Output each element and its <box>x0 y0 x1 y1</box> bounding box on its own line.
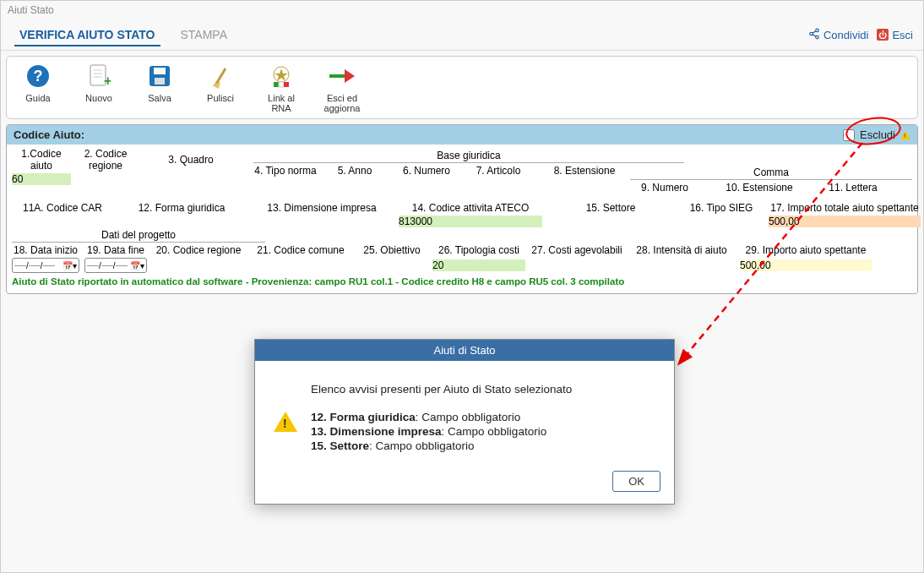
guida-label: Guida <box>25 93 50 103</box>
svg-text:?: ? <box>34 68 43 85</box>
modal-line-3: 15. Settore: Campo obbligatorio <box>311 439 572 452</box>
share-icon <box>808 28 820 42</box>
calendar-icon[interactable]: 📅▾ <box>63 261 77 270</box>
alert-modal: Aiuti di Stato Elenco avvisi presenti pe… <box>254 339 675 505</box>
h-anno: 5. Anno <box>323 165 387 177</box>
svg-point-2 <box>816 35 819 39</box>
h-intensita: 28. Intensità di aiuto <box>628 244 735 256</box>
field-data-inizio[interactable]: //📅▾ <box>12 258 79 273</box>
svg-line-15 <box>215 68 226 85</box>
h-importo-totale: 17. Importo totale aiuto spettante <box>769 202 921 214</box>
h-forma-giuridica: 12. Forma giuridica <box>118 202 245 214</box>
pulisci-label: Pulisci <box>207 93 234 103</box>
salva-label: Salva <box>148 93 171 103</box>
guida-button[interactable]: ? Guida <box>15 62 61 113</box>
ok-button[interactable]: OK <box>612 471 660 492</box>
h-data-inizio: 18. Data inizio <box>12 244 79 256</box>
share-label: Condividi <box>823 29 868 41</box>
h-tipo-sieg: 16. Tipo SIEG <box>679 202 764 214</box>
group-dati-progetto: Dati del progetto <box>12 229 265 243</box>
exit-arrow-icon <box>328 62 356 90</box>
help-icon: ? <box>24 62 52 90</box>
emblem-icon <box>267 62 296 90</box>
warning-icon <box>274 412 297 432</box>
modal-title: Aiuti di Stato <box>255 340 674 361</box>
h-codice-car: 11A. Codice CAR <box>12 202 113 214</box>
svg-line-3 <box>813 30 816 32</box>
svg-line-4 <box>813 34 816 35</box>
h-codice-comune: 21. Codice comune <box>250 244 351 256</box>
h-estensione: 8. Estensione <box>535 165 633 177</box>
h-c-numero: 9. Numero <box>630 182 699 194</box>
pane-header: Codice Aiuto: Escludi <box>7 125 917 145</box>
exit-link[interactable]: ⏻ Esci <box>877 29 913 41</box>
link-rna-button[interactable]: Link al RNA <box>258 62 304 113</box>
modal-intro: Elenco avvisi presenti per Aiuto di Stat… <box>311 383 572 396</box>
pane-title: Codice Aiuto: <box>14 128 84 141</box>
pulisci-button[interactable]: Pulisci <box>198 62 243 113</box>
h-tipologia-costi: 26. Tipologia costi <box>432 244 525 256</box>
power-icon: ⏻ <box>877 29 889 41</box>
h-c-lettera: 11. Lettera <box>819 182 887 194</box>
clean-icon <box>206 62 235 90</box>
h-tipo-norma: 4. Tipo norma <box>253 165 318 177</box>
modal-line-2: 13. Dimensione impresa: Campo obbligator… <box>311 425 572 438</box>
h-obiettivo: 25. Obiettivo <box>356 244 427 256</box>
h-codice-ateco: 14. Codice attivita ATECO <box>399 202 542 214</box>
escludi-checkbox[interactable] <box>843 129 855 141</box>
h-costi-agevolabili: 27. Costi agevolabili <box>530 244 623 256</box>
svg-point-0 <box>816 29 819 32</box>
h-articolo: 7. Articolo <box>466 165 530 177</box>
svg-rect-14 <box>155 78 165 85</box>
svg-rect-18 <box>279 82 284 87</box>
tab-verifica[interactable]: VERIFICA AIUTO STATO <box>14 25 160 46</box>
codice-aiuto-pane: Codice Aiuto: Escludi 1.Codice aiuto 2. … <box>6 124 918 294</box>
save-icon <box>145 62 174 90</box>
esci-aggiorna-button[interactable]: Esci ed aggiorna <box>319 62 365 113</box>
svg-text:+: + <box>104 74 111 88</box>
h-codice-aiuto: 1.Codice aiuto <box>12 148 71 172</box>
tab-stampa[interactable]: STAMPA <box>176 25 233 46</box>
h-codice-regione: 2. Codice regione <box>76 148 135 172</box>
new-doc-icon: + <box>84 62 113 90</box>
field-importo-totale[interactable]: 500,00 <box>769 216 921 227</box>
calendar-icon[interactable]: 📅▾ <box>130 261 144 270</box>
h-c-estensione: 10. Estensione <box>704 182 814 194</box>
modal-line-1: 12. Forma giuridica: Campo obbligatorio <box>311 411 572 423</box>
h-quadro: 3. Quadro <box>140 154 242 166</box>
field-codice-ateco[interactable]: 813000 <box>399 216 542 227</box>
share-link[interactable]: Condividi <box>808 28 868 42</box>
h-numero: 6. Numero <box>392 165 461 177</box>
esci-aggiorna-label: Esci ed aggiorna <box>324 93 361 113</box>
svg-rect-19 <box>284 82 289 87</box>
nuovo-label: Nuovo <box>85 93 112 103</box>
field-data-fine[interactable]: //📅▾ <box>84 258 147 273</box>
window-title: Aiuti Stato <box>1 1 923 19</box>
h-data-fine: 19. Data fine <box>84 244 147 256</box>
h-importo-spettante: 29. Importo aiuto spettante <box>740 244 872 256</box>
field-importo-spettante[interactable]: 500,00 <box>740 259 872 271</box>
escludi-label: Escludi <box>860 128 895 141</box>
footnote: Aiuto di Stato riportato in automatico d… <box>12 276 912 286</box>
svg-rect-17 <box>274 82 279 87</box>
toolbar: ? Guida + Nuovo Salva Pulisci Link al RN… <box>6 56 918 119</box>
tabs-bar: VERIFICA AIUTO STATO STAMPA Condividi ⏻ … <box>1 19 923 51</box>
h-r3-codice-regione: 20. Codice regione <box>152 244 245 256</box>
h-dimensione-impresa: 13. Dimensione impresa <box>250 202 394 214</box>
group-comma: Comma <box>630 166 912 180</box>
salva-button[interactable]: Salva <box>137 62 182 113</box>
svg-point-1 <box>810 32 813 35</box>
exit-label: Esci <box>892 29 913 41</box>
nuovo-button[interactable]: + Nuovo <box>76 62 122 113</box>
field-codice-aiuto[interactable]: 60 <box>12 173 71 185</box>
group-base-giuridica: Base giuridica <box>253 150 684 163</box>
warning-icon[interactable] <box>900 131 910 139</box>
field-tipologia-costi[interactable]: 20 <box>432 259 525 271</box>
svg-rect-13 <box>154 68 166 74</box>
link-rna-label: Link al RNA <box>268 93 295 113</box>
h-settore: 15. Settore <box>547 202 674 214</box>
